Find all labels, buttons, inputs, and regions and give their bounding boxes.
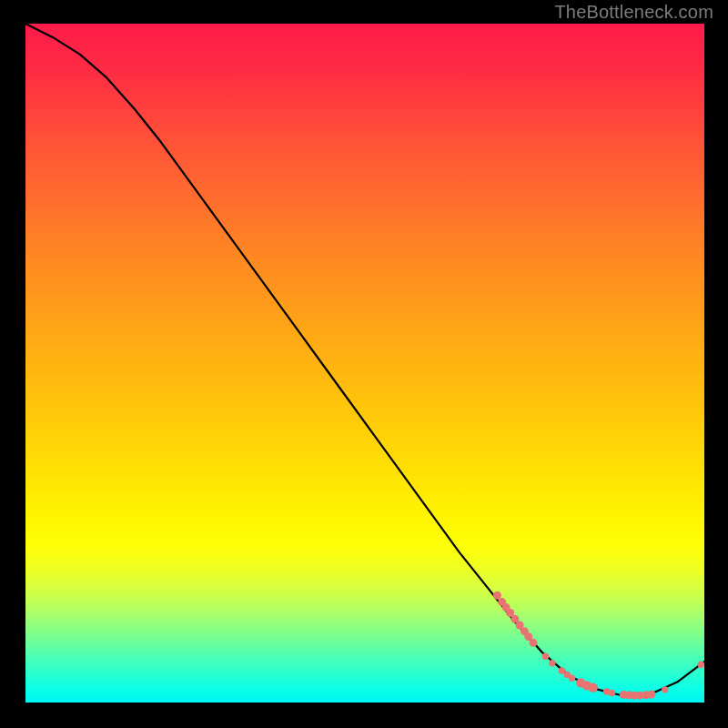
marker-dot xyxy=(662,686,668,693)
marker-dot xyxy=(588,682,597,692)
marker-dot xyxy=(559,667,565,673)
marker-dot xyxy=(569,674,575,681)
marker-dot xyxy=(647,691,655,699)
marker-dot xyxy=(530,639,538,647)
plot-area xyxy=(25,24,704,703)
attribution-text: TheBottleneck.com xyxy=(554,2,713,23)
bottleneck-curve xyxy=(25,24,704,696)
marker-dot xyxy=(549,660,555,666)
marker-dot xyxy=(493,592,501,600)
marker-dot xyxy=(609,690,615,696)
marker-dot xyxy=(698,662,704,668)
chart-container: TheBottleneck.com xyxy=(0,0,728,728)
chart-svg xyxy=(25,24,704,703)
marker-dot xyxy=(542,653,549,660)
